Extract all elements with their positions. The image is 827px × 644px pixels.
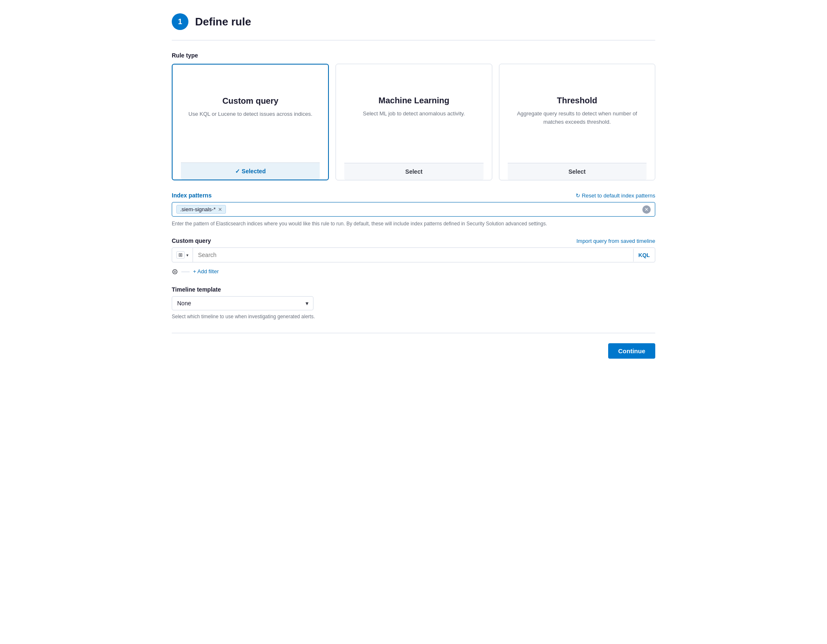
query-icon: ⊞ — [176, 251, 185, 259]
tag-text: .siem-signals-* — [180, 206, 216, 212]
filter-icon: ⊜ — [172, 267, 178, 276]
rule-card-threshold[interactable]: Threshold Aggregate query results to det… — [499, 64, 655, 180]
search-bar: ⊞ ▾ KQL — [172, 247, 655, 262]
custom-query-desc: Use KQL or Lucene to detect issues acros… — [188, 110, 312, 118]
timeline-select-wrapper: None ▾ — [172, 296, 313, 310]
page-title: Define rule — [195, 15, 251, 28]
page-container: 1 Define rule Rule type Custom query Use… — [155, 0, 672, 372]
ml-desc: Select ML job to detect anomalous activi… — [363, 110, 465, 118]
check-icon: ✓ — [235, 168, 240, 175]
ml-title: Machine Learning — [378, 96, 449, 105]
timeline-select[interactable]: None — [172, 296, 313, 310]
rule-type-cards: Custom query Use KQL or Lucene to detect… — [172, 64, 655, 180]
reset-default-link[interactable]: ↻ Reset to default index patterns — [576, 192, 655, 199]
continue-button[interactable]: Continue — [608, 343, 655, 359]
page-header: 1 Define rule — [172, 13, 655, 30]
ml-action[interactable]: Select — [344, 163, 483, 180]
search-input[interactable] — [193, 248, 633, 262]
add-filter-link[interactable]: + Add filter — [193, 268, 219, 275]
index-patterns-header: Index patterns ↻ Reset to default index … — [172, 192, 655, 199]
timeline-template-section: Timeline template None ▾ Select which ti… — [172, 286, 655, 320]
search-bar-left-controls[interactable]: ⊞ ▾ — [172, 248, 193, 262]
rule-type-section: Rule type Custom query Use KQL or Lucene… — [172, 52, 655, 180]
rule-card-machine-learning[interactable]: Machine Learning Select ML job to detect… — [336, 64, 492, 180]
custom-query-section: Custom query Import query from saved tim… — [172, 237, 655, 276]
tag-close-btn[interactable]: ✕ — [218, 207, 222, 212]
index-tag: .siem-signals-* ✕ — [176, 205, 226, 214]
custom-query-label: Custom query — [172, 237, 211, 244]
custom-query-title: Custom query — [222, 96, 278, 106]
kql-label: KQL — [633, 249, 655, 262]
threshold-action[interactable]: Select — [508, 163, 647, 180]
footer: Continue — [172, 343, 655, 359]
dropdown-chevron-icon[interactable]: ▾ — [186, 253, 188, 257]
filter-separator: — — [181, 267, 190, 276]
index-patterns-input[interactable]: .siem-signals-* ✕ ✕ — [172, 202, 655, 217]
bottom-divider — [172, 333, 655, 333]
timeline-label: Timeline template — [172, 286, 655, 293]
rule-card-custom-query[interactable]: Custom query Use KQL or Lucene to detect… — [172, 64, 329, 180]
input-clear-button[interactable]: ✕ — [642, 205, 651, 214]
threshold-desc: Aggregate query results to detect when n… — [508, 110, 647, 126]
refresh-icon: ↻ — [576, 192, 580, 199]
index-patterns-label: Index patterns — [172, 192, 212, 199]
threshold-title: Threshold — [557, 96, 597, 105]
custom-query-header: Custom query Import query from saved tim… — [172, 237, 655, 244]
custom-query-action[interactable]: ✓Selected — [181, 162, 320, 180]
timeline-hint: Select which timeline to use when invest… — [172, 314, 655, 320]
filter-row: ⊜ — + Add filter — [172, 267, 655, 276]
header-divider — [172, 40, 655, 40]
step-badge: 1 — [172, 13, 188, 30]
rule-type-label: Rule type — [172, 52, 655, 59]
import-timeline-link[interactable]: Import query from saved timeline — [576, 238, 655, 244]
index-hint-text: Enter the pattern of Elasticsearch indic… — [172, 220, 655, 227]
index-patterns-section: Index patterns ↻ Reset to default index … — [172, 192, 655, 227]
